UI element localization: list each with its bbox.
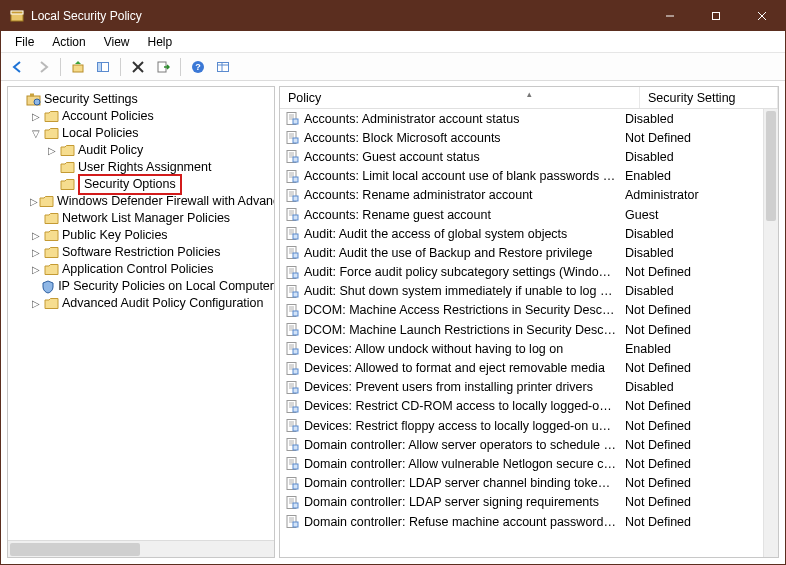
policy-row[interactable]: Accounts: Guest account statusDisabled: [280, 147, 763, 166]
folder-icon: [43, 126, 59, 142]
policy-row[interactable]: Domain controller: LDAP server signing r…: [280, 493, 763, 512]
policy-setting: Enabled: [625, 169, 763, 183]
menu-view[interactable]: View: [96, 33, 138, 51]
show-hide-tree-button[interactable]: [92, 56, 114, 78]
up-button[interactable]: [67, 56, 89, 78]
policy-name: Audit: Shut down system immediately if u…: [304, 284, 625, 298]
policy-setting: Not Defined: [625, 323, 763, 337]
svg-rect-29: [293, 138, 298, 143]
toolbar: ?: [1, 53, 785, 81]
expander-icon[interactable]: ▷: [46, 142, 58, 159]
tree-pane: Security Settings▷Account Policies▽Local…: [7, 86, 275, 558]
tree-item[interactable]: IP Security Policies on Local Computer: [10, 278, 274, 295]
policy-row[interactable]: DCOM: Machine Access Restrictions in Sec…: [280, 301, 763, 320]
policy-name: Accounts: Rename administrator account: [304, 188, 625, 202]
expander-icon[interactable]: ▷: [30, 295, 42, 312]
tree-item[interactable]: Security Options: [10, 176, 274, 193]
policy-icon: [284, 187, 300, 203]
policy-row[interactable]: DCOM: Machine Launch Restrictions in Sec…: [280, 320, 763, 339]
policy-row[interactable]: Audit: Force audit policy subcategory se…: [280, 263, 763, 282]
maximize-button[interactable]: [693, 1, 739, 31]
menu-action[interactable]: Action: [44, 33, 93, 51]
scrollbar-thumb[interactable]: [10, 543, 140, 556]
policy-name: DCOM: Machine Launch Restrictions in Sec…: [304, 323, 625, 337]
svg-rect-79: [293, 330, 298, 335]
policy-row[interactable]: Accounts: Limit local account use of bla…: [280, 167, 763, 186]
tree-item[interactable]: ▷Account Policies: [10, 108, 274, 125]
expander-icon[interactable]: ▷: [30, 261, 42, 278]
security-settings-icon: [25, 92, 41, 108]
forward-button[interactable]: [32, 56, 54, 78]
policy-name: Domain controller: Allow server operator…: [304, 438, 625, 452]
tree-item[interactable]: ▷Application Control Policies: [10, 261, 274, 278]
svg-rect-119: [293, 484, 298, 489]
policy-setting: Disabled: [625, 112, 763, 126]
menu-file[interactable]: File: [7, 33, 42, 51]
policy-setting: Not Defined: [625, 457, 763, 471]
policy-row[interactable]: Domain controller: Allow server operator…: [280, 435, 763, 454]
close-button[interactable]: [739, 1, 785, 31]
scrollbar-thumb[interactable]: [766, 111, 776, 221]
title-bar[interactable]: Local Security Policy: [1, 1, 785, 31]
expander-icon[interactable]: ▷: [30, 244, 42, 261]
tree-view[interactable]: Security Settings▷Account Policies▽Local…: [8, 87, 274, 540]
tree-item[interactable]: ▷Advanced Audit Policy Configuration: [10, 295, 274, 312]
minimize-button[interactable]: [647, 1, 693, 31]
policy-setting: Administrator: [625, 188, 763, 202]
policy-row[interactable]: Audit: Audit the access of global system…: [280, 224, 763, 243]
tree-item[interactable]: ▽Local Policies: [10, 125, 274, 142]
policy-icon: [284, 475, 300, 491]
tree-horizontal-scrollbar[interactable]: [8, 540, 274, 557]
tree-item[interactable]: ▷Audit Policy: [10, 142, 274, 159]
policy-row[interactable]: Devices: Allowed to format and eject rem…: [280, 358, 763, 377]
policy-name: Accounts: Guest account status: [304, 150, 625, 164]
details-view-button[interactable]: [212, 56, 234, 78]
policy-row[interactable]: Devices: Restrict CD-ROM access to local…: [280, 397, 763, 416]
back-button[interactable]: [7, 56, 29, 78]
policy-row[interactable]: Devices: Allow undock without having to …: [280, 339, 763, 358]
policy-name: Accounts: Administrator account status: [304, 112, 625, 126]
delete-button[interactable]: [127, 56, 149, 78]
policy-row[interactable]: Accounts: Administrator account statusDi…: [280, 109, 763, 128]
policy-row[interactable]: Devices: Prevent users from installing p…: [280, 378, 763, 397]
policy-row[interactable]: Audit: Audit the use of Backup and Resto…: [280, 243, 763, 262]
tree-root[interactable]: Security Settings: [10, 91, 274, 108]
toolbar-sep: [60, 58, 61, 76]
tree-item-label: Audit Policy: [78, 142, 143, 159]
tree-item[interactable]: Network List Manager Policies: [10, 210, 274, 227]
policy-row[interactable]: Domain controller: Refuse machine accoun…: [280, 512, 763, 531]
policy-icon: [284, 514, 300, 530]
policy-row[interactable]: Audit: Shut down system immediately if u…: [280, 282, 763, 301]
svg-rect-49: [293, 215, 298, 220]
policy-list[interactable]: Accounts: Administrator account statusDi…: [280, 109, 763, 557]
tree-item-label: Advanced Audit Policy Configuration: [62, 295, 264, 312]
policy-row[interactable]: Domain controller: LDAP server channel b…: [280, 474, 763, 493]
menu-help[interactable]: Help: [140, 33, 181, 51]
svg-rect-104: [293, 426, 298, 431]
policy-row[interactable]: Accounts: Rename guest accountGuest: [280, 205, 763, 224]
policy-row[interactable]: Accounts: Rename administrator accountAd…: [280, 186, 763, 205]
policy-row[interactable]: Accounts: Block Microsoft accountsNot De…: [280, 128, 763, 147]
tree-item[interactable]: ▷Public Key Policies: [10, 227, 274, 244]
export-button[interactable]: [152, 56, 174, 78]
policy-row[interactable]: Domain controller: Allow vulnerable Netl…: [280, 454, 763, 473]
column-header-policy[interactable]: Policy: [280, 87, 640, 108]
help-button[interactable]: ?: [187, 56, 209, 78]
expander-icon[interactable]: ▷: [30, 227, 42, 244]
column-header-setting[interactable]: Security Setting: [640, 87, 778, 108]
tree-item[interactable]: ▷Windows Defender Firewall with Advanced…: [10, 193, 274, 210]
policy-icon: [284, 302, 300, 318]
expander-icon[interactable]: ▽: [30, 125, 42, 142]
expander-icon[interactable]: ▷: [30, 108, 42, 125]
policy-name: Devices: Allowed to format and eject rem…: [304, 361, 625, 375]
list-body: Accounts: Administrator account statusDi…: [280, 109, 778, 557]
folder-icon: [43, 296, 59, 312]
folder-icon: [43, 109, 59, 125]
tree-item[interactable]: ▷Software Restriction Policies: [10, 244, 274, 261]
svg-rect-109: [293, 445, 298, 450]
list-vertical-scrollbar[interactable]: [763, 109, 778, 557]
svg-text:?: ?: [195, 62, 201, 72]
policy-name: Domain controller: LDAP server channel b…: [304, 476, 625, 490]
expander-icon[interactable]: ▷: [30, 193, 38, 210]
policy-row[interactable]: Devices: Restrict floppy access to local…: [280, 416, 763, 435]
